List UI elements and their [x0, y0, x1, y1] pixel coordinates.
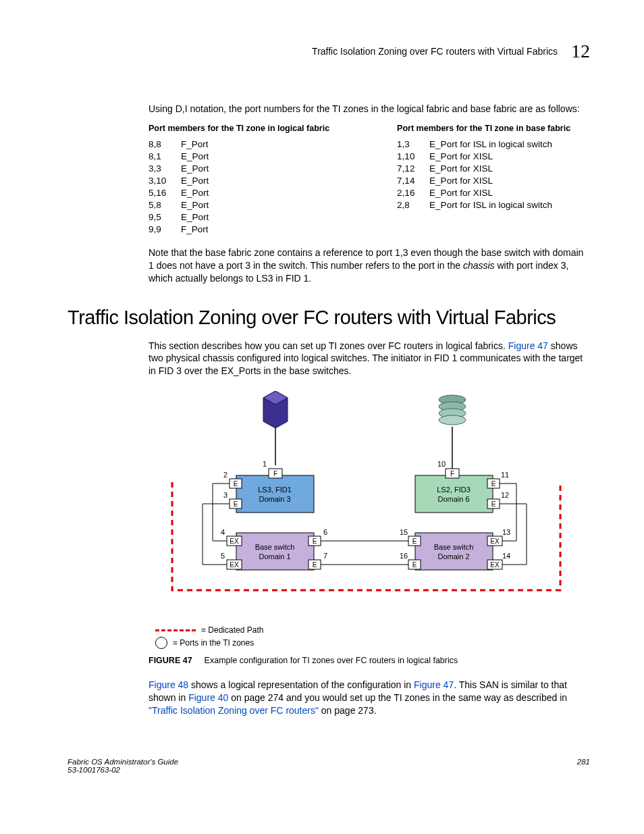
- logical-table: 8,8F_Port8,1E_Port3,3E_Port3,10E_Port5,1…: [149, 138, 215, 236]
- table-row: 3,10E_Port: [149, 175, 215, 187]
- base-fabric-column: Port members for the TI zone in base fab…: [397, 124, 570, 236]
- footer-docnum: 53-1001763-02: [68, 766, 178, 774]
- svg-text:2: 2: [223, 471, 227, 479]
- svg-rect-11: [415, 475, 493, 513]
- table-row: 7,14E_Port for XISL: [397, 175, 552, 187]
- figure-47-link[interactable]: Figure 47: [508, 340, 548, 351]
- svg-text:E: E: [412, 561, 417, 569]
- svg-text:16: 16: [400, 552, 408, 560]
- legend: = Dedicated Path = Ports in the TI zones: [155, 625, 590, 649]
- svg-text:Domain 3: Domain 3: [259, 495, 290, 503]
- table-row: 8,1E_Port: [149, 151, 215, 163]
- svg-text:13: 13: [502, 528, 510, 536]
- figure-caption: FIGURE 47Example configuration for TI zo…: [149, 656, 590, 665]
- traffic-isolation-link[interactable]: "Traffic Isolation Zoning over FC router…: [149, 705, 319, 716]
- svg-text:F: F: [450, 470, 454, 477]
- svg-point-6: [439, 415, 466, 425]
- logical-fabric-column: Port members for the TI zone in logical …: [149, 124, 329, 236]
- table-row: 5,8E_Port: [149, 199, 215, 211]
- svg-rect-8: [236, 475, 314, 513]
- header-title: Traffic Isolation Zoning over FC routers…: [312, 46, 558, 57]
- svg-text:7: 7: [323, 552, 327, 560]
- svg-text:3: 3: [223, 491, 227, 499]
- figure-47-link-2[interactable]: Figure 47: [414, 679, 454, 690]
- footer-title: Fabric OS Administrator's Guide: [68, 758, 178, 766]
- svg-text:Base switch: Base switch: [434, 543, 474, 551]
- svg-text:EX: EX: [230, 538, 239, 545]
- table-row: 7,12E_Port for XISL: [397, 163, 552, 175]
- svg-text:E: E: [313, 538, 317, 545]
- svg-text:15: 15: [400, 528, 408, 536]
- table-row: 1,10E_Port for XISL: [397, 151, 552, 163]
- svg-text:10: 10: [437, 460, 446, 468]
- table-row: 2,8E_Port for ISL in logical switch: [397, 199, 552, 211]
- table-row: 9,5E_Port: [149, 211, 215, 224]
- svg-text:14: 14: [502, 552, 510, 560]
- svg-text:4: 4: [221, 528, 225, 536]
- circle-icon: [155, 637, 167, 649]
- chapter-number: 12: [571, 41, 590, 62]
- page-footer: Fabric OS Administrator's Guide 53-10017…: [68, 758, 590, 774]
- post-figure-paragraph: Figure 48 shows a logical representation…: [149, 679, 590, 717]
- svg-text:E: E: [313, 561, 317, 569]
- base-table: 1,3E_Port for ISL in logical switch1,10E…: [397, 138, 552, 211]
- svg-text:LS2, FID3: LS2, FID3: [437, 486, 471, 494]
- figure-47-diagram: LS3, FID1 Domain 3 LS2, FID3 Domain 6 Ba…: [149, 391, 590, 649]
- svg-text:E: E: [234, 500, 238, 508]
- svg-text:E: E: [412, 538, 417, 545]
- svg-text:E: E: [491, 500, 496, 508]
- figure-48-link[interactable]: Figure 48: [149, 679, 188, 690]
- svg-text:EX: EX: [490, 561, 500, 569]
- svg-text:EX: EX: [230, 561, 239, 569]
- note-paragraph: Note that the base fabric zone contains …: [149, 246, 590, 285]
- host-icon: [263, 391, 288, 465]
- table-row: 2,16E_Port for XISL: [397, 187, 552, 199]
- section-intro: This section describes how you can set u…: [149, 340, 590, 378]
- figure-40-link[interactable]: Figure 40: [188, 692, 228, 703]
- dashed-line-icon: [155, 629, 196, 631]
- svg-text:F: F: [273, 470, 277, 477]
- base-title: Port members for the TI zone in base fab…: [397, 124, 570, 133]
- port-tables: Port members for the TI zone in logical …: [149, 124, 590, 236]
- running-header: Traffic Isolation Zoning over FC routers…: [68, 41, 590, 62]
- svg-text:E: E: [234, 480, 238, 488]
- table-row: 5,16E_Port: [149, 187, 215, 199]
- section-heading: Traffic Isolation Zoning over FC routers…: [68, 307, 590, 329]
- svg-rect-14: [236, 533, 314, 570]
- page-number: 281: [577, 758, 590, 774]
- svg-text:12: 12: [501, 491, 509, 499]
- svg-text:E: E: [491, 480, 496, 488]
- svg-text:EX: EX: [490, 538, 500, 545]
- svg-text:Domain 6: Domain 6: [437, 495, 469, 503]
- svg-text:Domain 1: Domain 1: [259, 552, 290, 561]
- logical-title: Port members for the TI zone in logical …: [149, 124, 329, 133]
- svg-text:11: 11: [501, 471, 509, 479]
- storage-icon: [439, 395, 466, 469]
- svg-text:6: 6: [323, 528, 327, 536]
- table-row: 8,8F_Port: [149, 138, 215, 151]
- table-row: 3,3E_Port: [149, 163, 215, 175]
- intro-paragraph: Using D,I notation, the port numbers for…: [149, 103, 590, 115]
- svg-rect-17: [415, 533, 493, 570]
- svg-text:Base switch: Base switch: [255, 543, 295, 551]
- svg-text:Domain 2: Domain 2: [437, 552, 469, 561]
- table-row: 9,9F_Port: [149, 224, 215, 236]
- svg-text:1: 1: [263, 460, 267, 468]
- table-row: 1,3E_Port for ISL in logical switch: [397, 138, 552, 151]
- svg-text:5: 5: [221, 552, 225, 560]
- svg-text:LS3, FID1: LS3, FID1: [258, 486, 292, 494]
